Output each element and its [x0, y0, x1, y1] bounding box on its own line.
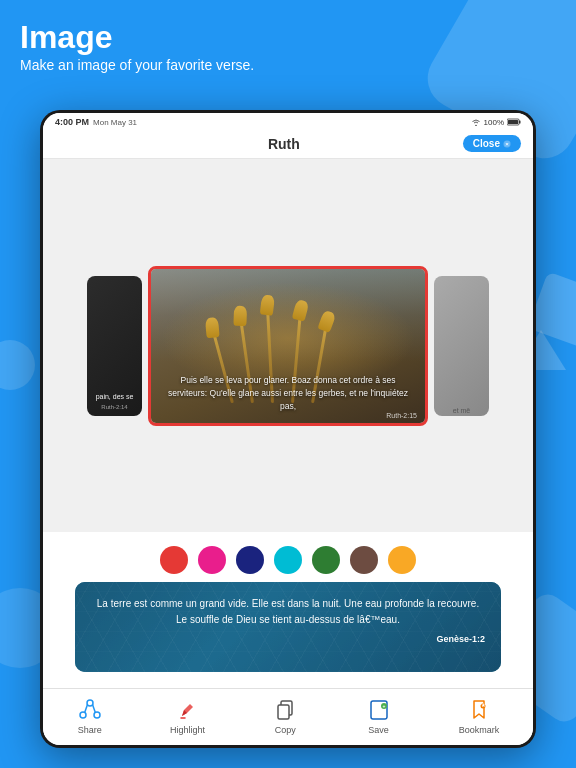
svg-line-9 — [92, 705, 95, 714]
color-swatches — [59, 542, 517, 578]
highlight-label: Highlight — [170, 725, 205, 735]
toolbar-highlight[interactable]: Highlight — [162, 695, 213, 737]
toolbar-copy[interactable]: Copy — [264, 695, 306, 737]
wifi-icon — [471, 118, 481, 126]
right-card-text: et mê — [434, 406, 489, 415]
device-frame: 4:00 PM Mon May 31 100% Ruth — [40, 110, 536, 748]
share-label: Share — [78, 725, 102, 735]
bookmark-label: Bookmark — [459, 725, 500, 735]
bookmark-icon: ★ — [466, 697, 492, 723]
preview-verse-reference: Genèse-1:2 — [91, 634, 485, 644]
color-picker-section: La terre est comme un grand vide. Elle e… — [43, 532, 533, 688]
preview-verse-text: La terre est comme un grand vide. Elle e… — [91, 596, 485, 628]
status-date: Mon May 31 — [93, 118, 137, 127]
bg-decoration-circle-left — [0, 340, 35, 390]
page-header: Image Make an image of your favorite ver… — [20, 20, 254, 73]
color-swatch-blue[interactable] — [236, 546, 264, 574]
device-screen: 4:00 PM Mon May 31 100% Ruth — [43, 113, 533, 745]
svg-text:+: + — [382, 703, 385, 709]
color-swatch-red[interactable] — [160, 546, 188, 574]
toolbar-save[interactable]: + Save — [358, 695, 400, 737]
color-swatch-cyan[interactable] — [274, 546, 302, 574]
app-header: Ruth Close × — [43, 129, 533, 159]
color-swatch-orange[interactable] — [388, 546, 416, 574]
save-icon: + — [366, 697, 392, 723]
color-swatch-green[interactable] — [312, 546, 340, 574]
svg-line-8 — [84, 705, 87, 714]
side-card-right[interactable]: et mê — [434, 276, 489, 416]
copy-icon — [272, 697, 298, 723]
color-swatch-pink[interactable] — [198, 546, 226, 574]
toolbar-bookmark[interactable]: ★ Bookmark — [451, 695, 508, 737]
toolbar-share[interactable]: Share — [69, 695, 111, 737]
left-card-ref: Ruth-2:14 — [93, 404, 136, 410]
close-button[interactable]: Close × — [463, 135, 521, 152]
main-image-card[interactable]: Puis elle se leva pour glaner. Boaz donn… — [148, 266, 428, 426]
app-title: Ruth — [105, 136, 463, 152]
status-time: 4:00 PM — [55, 117, 89, 127]
svg-rect-1 — [508, 120, 518, 124]
close-icon: × — [503, 140, 511, 148]
bottom-toolbar: Share Highlight — [43, 688, 533, 745]
color-swatch-brown[interactable] — [350, 546, 378, 574]
status-bar: 4:00 PM Mon May 31 100% — [43, 113, 533, 129]
highlight-icon — [174, 697, 200, 723]
svg-rect-2 — [519, 121, 521, 124]
battery-icon — [507, 118, 521, 126]
copy-label: Copy — [275, 725, 296, 735]
image-cards-area: pain, des se Ruth-2:14 — [43, 159, 533, 532]
left-card-text: pain, des se — [93, 392, 136, 401]
save-label: Save — [368, 725, 389, 735]
preview-card: La terre est comme un grand vide. Elle e… — [75, 582, 501, 672]
battery-text: 100% — [484, 118, 504, 127]
close-button-label: Close — [473, 138, 500, 149]
status-icons: 100% — [471, 118, 521, 127]
main-card-reference: Ruth-2:15 — [386, 412, 417, 419]
svg-text:×: × — [505, 140, 509, 146]
side-card-left[interactable]: pain, des se Ruth-2:14 — [87, 276, 142, 416]
page-title: Image — [20, 20, 254, 55]
svg-rect-12 — [278, 705, 289, 719]
page-subtitle: Make an image of your favorite verse. — [20, 57, 254, 73]
share-icon — [77, 697, 103, 723]
main-card-verse-text: Puis elle se leva pour glaner. Boaz donn… — [161, 374, 415, 412]
